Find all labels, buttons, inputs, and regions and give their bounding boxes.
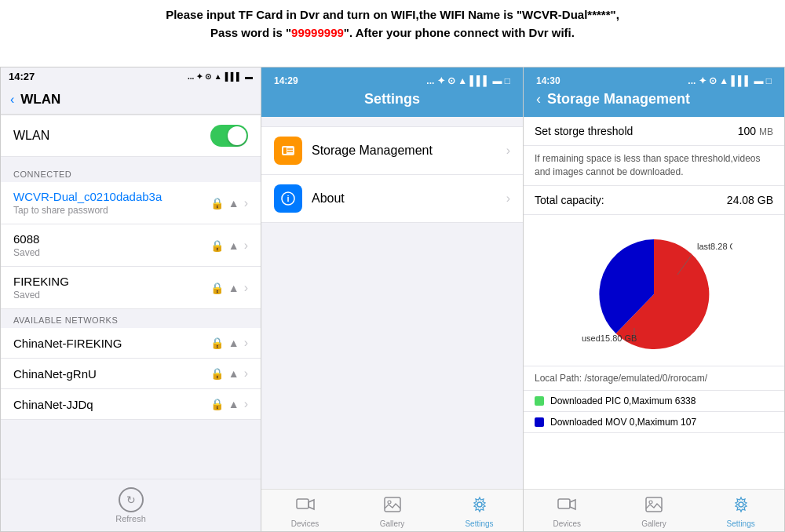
- refresh-label: Refresh: [115, 514, 146, 523]
- available-section-header: AVAILABLE NETWORKS: [1, 309, 261, 328]
- tab-devices-phone2[interactable]: Devices: [261, 496, 349, 528]
- chevron-right-icon: ›: [244, 196, 248, 210]
- pie-chart-svg: last8.28 GB used15.80 GB: [575, 228, 732, 353]
- wifi-icon: ▲: [214, 72, 222, 81]
- phone1-status-icons: ... ✦ ⊙ ▲ ▌▌▌ ▬: [188, 72, 253, 81]
- connected-network-name: WCVR-Dual_c0210dadab3a: [13, 190, 210, 203]
- tab-gallery-phone3[interactable]: Gallery: [611, 496, 698, 528]
- threshold-unit: MB: [759, 126, 773, 137]
- svg-rect-8: [385, 497, 400, 512]
- connected-network-sub: Tap to share password: [13, 205, 210, 216]
- chinanet-jjdq-name: ChinaNet-JJDq: [13, 398, 210, 411]
- wifi-signal-icon: ▲: [228, 239, 239, 252]
- wifi-signal-icon: ▲: [228, 282, 239, 294]
- signal-icon: ▌▌▌: [225, 72, 242, 81]
- storage-chevron-icon: ›: [506, 144, 510, 158]
- phone3-header: 14:30 ... ✦ ⊙ ▲ ▌▌▌ ▬ □ ‹ Storage Manage…: [524, 67, 784, 117]
- tab-gallery-phone2[interactable]: Gallery: [349, 496, 436, 528]
- battery-icon: ▬: [245, 72, 253, 81]
- lock-icon: 🔒: [210, 239, 224, 252]
- connected-network-icons: 🔒 ▲ ›: [210, 196, 248, 210]
- svg-point-18: [649, 501, 652, 504]
- svg-point-19: [739, 502, 743, 507]
- phone2-header-title: Settings: [274, 91, 510, 107]
- legend-pic: Downloaded PIC 0,Maximum 6338: [524, 391, 784, 412]
- wlan-content: WLAN CONNECTED WCVR-Dual_c0210dadab3a Ta…: [1, 115, 261, 479]
- legend-pic-text: Downloaded PIC 0,Maximum 6338: [550, 395, 696, 406]
- local-path: Local Path: /storage/emulated/0/rorocam/: [524, 366, 784, 391]
- saved-network-fireking[interactable]: FIREKING Saved 🔒 ▲ ›: [1, 267, 261, 309]
- total-capacity-value: 24.08 GB: [727, 194, 773, 206]
- chevron-right-icon: ›: [244, 397, 248, 411]
- threshold-row: Set storge threshold 100 MB: [524, 117, 784, 146]
- tab-settings-phone3[interactable]: Settings: [697, 496, 784, 528]
- devices-tab-icon-3: [557, 496, 576, 518]
- banner-line2-suffix: ". After your phone connect with Dvr wif…: [344, 26, 575, 39]
- lock-icon: 🔒: [210, 282, 224, 294]
- svg-marker-7: [309, 500, 314, 509]
- legend-mov-dot: [535, 417, 544, 427]
- storage-icon: [274, 137, 302, 165]
- saved-network-6088[interactable]: 6088 Saved 🔒 ▲ ›: [1, 224, 261, 267]
- wifi-signal-icon: ▲: [228, 398, 239, 410]
- total-capacity-row: Total capacity: 24.08 GB: [524, 186, 784, 215]
- settings-tab-icon: [470, 496, 489, 518]
- phone2-time: 14:29: [274, 75, 298, 86]
- phone3-status-icons: ... ✦ ⊙ ▲ ▌▌▌ ▬ □: [688, 75, 772, 86]
- available-chinanet-grnu[interactable]: ChinaNet-gRnU 🔒 ▲ ›: [1, 359, 261, 389]
- pie-chart-container: last8.28 GB used15.80 GB: [524, 215, 784, 366]
- svg-marker-16: [570, 500, 575, 509]
- saved-fireking-name: FIREKING: [13, 275, 210, 288]
- threshold-label: Set storge threshold: [535, 125, 633, 137]
- wifi-signal-icon: ▲: [228, 367, 239, 380]
- refresh-button[interactable]: ↻: [119, 487, 144, 512]
- svg-rect-1: [283, 148, 287, 154]
- phone2-settings: 14:29 ... ✦ ⊙ ▲ ▌▌▌ ▬ □ Settings Sto: [261, 67, 524, 532]
- tab-settings-phone2[interactable]: Settings: [436, 496, 523, 528]
- phone3-time: 14:30: [536, 75, 560, 86]
- chevron-right-icon: ›: [244, 336, 248, 350]
- available-chinanet-fireking[interactable]: ChinaNet-FIREKING 🔒 ▲ ›: [1, 328, 261, 359]
- phone1-nav-bar: ‹ WLAN: [1, 86, 261, 115]
- wlan-toggle[interactable]: [210, 125, 248, 147]
- storage-title: Storage Management: [547, 91, 690, 107]
- saved-network-fireking-info: FIREKING Saved: [13, 275, 210, 301]
- chinanet-fireking-icons: 🔒 ▲ ›: [210, 336, 248, 350]
- svg-rect-15: [558, 499, 570, 508]
- threshold-value-group: 100 MB: [738, 125, 773, 137]
- saved-fireking-icons: 🔒 ▲ ›: [210, 281, 248, 295]
- connected-network-item[interactable]: WCVR-Dual_c0210dadab3a Tap to share pass…: [1, 182, 261, 224]
- banner-line2-prefix: Pass word is ": [210, 26, 291, 39]
- available-chinanet-jjdq[interactable]: ChinaNet-JJDq 🔒 ▲ ›: [1, 389, 261, 420]
- available-chinanet-grnu-info: ChinaNet-gRnU: [13, 367, 210, 381]
- phone2-tab-bar: Devices Gallery: [261, 489, 523, 531]
- tab-devices-phone3[interactable]: Devices: [524, 496, 611, 528]
- legend-pic-dot: [535, 396, 544, 406]
- legend-mov: Downloaded MOV 0,Maximum 107: [524, 412, 784, 433]
- saved-6088-sub: Saved: [13, 247, 210, 258]
- svg-rect-17: [646, 497, 662, 512]
- wifi-signal-icon: ▲: [228, 197, 239, 210]
- lock-icon: 🔒: [210, 337, 224, 349]
- tab-gallery-label-phone3: Gallery: [641, 519, 666, 528]
- tab-settings-label-phone3: Settings: [727, 519, 755, 528]
- wlan-label: WLAN: [13, 129, 49, 143]
- tab-gallery-label-phone2: Gallery: [380, 519, 405, 528]
- settings-about-item[interactable]: i About ›: [261, 175, 523, 223]
- svg-text:last8.28 GB: last8.28 GB: [697, 242, 732, 251]
- phone2-status-icons: ... ✦ ⊙ ▲ ▌▌▌ ▬ □: [426, 75, 510, 86]
- phone1-bottom-bar: ↻ Refresh: [1, 479, 261, 531]
- svg-point-10: [477, 502, 482, 507]
- storage-back-button[interactable]: ‹: [536, 91, 541, 107]
- chevron-right-icon: ›: [244, 239, 248, 253]
- gallery-tab-icon: [383, 496, 402, 518]
- settings-storage-item[interactable]: Storage Management ›: [261, 126, 523, 175]
- settings-tab-icon-3: [732, 496, 750, 518]
- settings-list: Storage Management › i About ›: [261, 117, 523, 489]
- saved-network-6088-info: 6088 Saved: [13, 232, 210, 258]
- about-icon: i: [274, 184, 302, 213]
- phone1-back-button[interactable]: ‹: [10, 93, 14, 107]
- instruction-banner: Please input TF Card in Dvr and turn on …: [0, 0, 785, 48]
- chinanet-fireking-name: ChinaNet-FIREKING: [13, 337, 210, 350]
- svg-text:used15.80 GB: used15.80 GB: [582, 333, 637, 343]
